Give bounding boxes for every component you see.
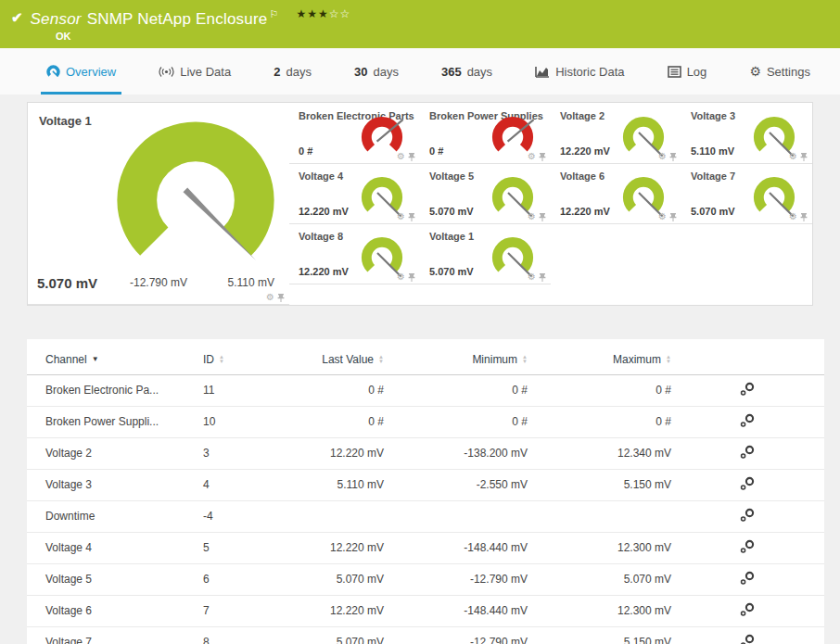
column-label: Minimum	[472, 353, 517, 366]
table-row[interactable]: Voltage 785.070 mV-12.790 mV5.150 mV	[27, 626, 824, 644]
channel-gauge-value: 5.070 mV	[429, 206, 474, 217]
channel-gauge-value: 12.220 mV	[299, 266, 349, 277]
channel-gauge-tile[interactable]: Voltage 6 12.220 mV ⚙	[551, 164, 681, 224]
gear-icon[interactable]: ⚙	[528, 272, 536, 282]
channel-settings-icon[interactable]	[739, 413, 757, 428]
sort-both-icon[interactable]: ▲▼	[666, 355, 671, 364]
channel-settings-icon[interactable]	[739, 571, 757, 586]
sort-both-icon[interactable]: ▲▼	[522, 355, 528, 364]
cell-min: -12.790 mV	[384, 626, 528, 644]
channel-settings-icon[interactable]	[739, 539, 757, 554]
pin-icon[interactable]	[408, 272, 415, 282]
column-header-id[interactable]: ID▲▼	[203, 345, 286, 374]
pin-icon[interactable]	[539, 152, 546, 161]
table-row[interactable]: Downtime-4	[27, 500, 824, 532]
check-icon: ✔	[11, 9, 23, 26]
tab-live-data[interactable]: Live Data	[153, 48, 236, 95]
channel-gauge-tile[interactable]: Voltage 4 12.220 mV ⚙	[289, 164, 420, 224]
channel-settings-icon[interactable]	[739, 602, 757, 617]
table-row[interactable]: Voltage 6712.220 mV-148.440 mV12.300 mV	[27, 595, 824, 626]
priority-stars[interactable]: ★★★☆☆	[296, 7, 350, 20]
pin-icon[interactable]	[800, 152, 808, 161]
channel-gauge-tile[interactable]: Broken Power Supplies 0 # ⚙	[420, 104, 551, 164]
tab-days[interactable]: 30 days	[349, 48, 404, 95]
gear-icon[interactable]: ⚙	[266, 293, 274, 302]
pin-icon[interactable]	[539, 272, 546, 282]
tab-settings[interactable]: ⚙ Settings	[744, 48, 816, 95]
flag-icon[interactable]: ⚐	[269, 8, 278, 19]
sort-desc-icon[interactable]: ▼	[92, 355, 99, 363]
pin-icon[interactable]	[669, 212, 677, 221]
cell-min: -138.200 mV	[384, 437, 528, 469]
channel-gauge-value: 0 #	[299, 145, 312, 157]
tab-days[interactable]: 365 days	[436, 48, 498, 95]
cell-last: 12.220 mV	[286, 595, 384, 626]
channel-settings-icon[interactable]	[739, 382, 757, 397]
table-row[interactable]: Voltage 565.070 mV-12.790 mV5.070 mV	[27, 563, 824, 595]
sort-both-icon[interactable]: ▲▼	[219, 355, 224, 364]
cell-edit	[671, 532, 824, 563]
sort-both-icon[interactable]: ▲▼	[378, 355, 384, 364]
pin-icon[interactable]	[408, 152, 415, 161]
cell-min: -2.550 mV	[384, 469, 528, 500]
channel-settings-icon[interactable]	[739, 634, 757, 644]
tab-log[interactable]: Log	[662, 48, 713, 95]
column-header-min[interactable]: Minimum▲▼	[384, 345, 528, 374]
gear-icon[interactable]: ⚙	[397, 212, 405, 221]
table-row[interactable]: Voltage 345.110 mV-2.550 mV5.150 mV	[27, 469, 824, 500]
cell-max: 12.340 mV	[528, 437, 671, 469]
gear-icon[interactable]: ⚙	[658, 152, 667, 161]
pin-icon[interactable]	[408, 212, 415, 221]
cell-channel: Broken Power Suppli...	[27, 406, 203, 437]
cell-max	[528, 500, 671, 532]
channel-gauge-tile[interactable]: Voltage 5 5.070 mV ⚙	[420, 164, 551, 224]
channel-gauge-value: 12.220 mV	[560, 206, 610, 217]
gear-icon[interactable]: ⚙	[397, 152, 405, 161]
gear-icon[interactable]: ⚙	[397, 272, 405, 282]
cell-channel: Voltage 2	[27, 437, 203, 469]
channels-table: Channel▼ID▲▼Last Value▲▼Minimum▲▼Maximum…	[27, 345, 824, 644]
channel-gauge-title: Voltage 2	[560, 110, 605, 121]
table-row[interactable]: Voltage 4512.220 mV-148.440 mV12.300 mV	[27, 532, 824, 563]
channel-gauge-tile[interactable]: Voltage 7 5.070 mV ⚙	[681, 164, 812, 224]
column-header-last[interactable]: Last Value▲▼	[286, 345, 384, 374]
main-gauge-tile[interactable]: Voltage 1 5.070 mV -12.790 mV 5.110 mV ⚙	[28, 103, 289, 305]
cell-max: 5.150 mV	[528, 626, 671, 644]
pin-icon[interactable]	[669, 152, 677, 161]
pin-icon[interactable]	[539, 212, 546, 221]
channel-gauge-tile[interactable]: Voltage 3 5.110 mV ⚙	[681, 104, 812, 164]
cell-last: 5.110 mV	[286, 469, 384, 500]
tab-days[interactable]: 2 days	[268, 48, 317, 95]
channel-settings-icon[interactable]	[739, 476, 757, 491]
gear-icon[interactable]: ⚙	[789, 212, 797, 221]
tab-historic-data[interactable]: Historic Data	[529, 48, 630, 95]
channel-gauge-tile[interactable]: Voltage 8 12.220 mV ⚙	[289, 224, 420, 284]
column-header-max[interactable]: Maximum▲▼	[528, 345, 671, 374]
table-row[interactable]: Broken Power Suppli...100 #0 #0 #	[27, 406, 824, 437]
cell-channel: Voltage 6	[27, 595, 203, 626]
main-gauge-min: -12.790 mV	[130, 276, 187, 289]
cell-min	[384, 500, 528, 532]
gear-icon[interactable]: ⚙	[528, 152, 536, 161]
channel-gauge-tile[interactable]: Voltage 2 12.220 mV ⚙	[551, 104, 681, 164]
gear-icon[interactable]: ⚙	[528, 212, 536, 221]
object-type-label: Sensor	[31, 10, 82, 28]
channel-settings-icon[interactable]	[739, 445, 757, 460]
channel-settings-icon[interactable]	[739, 508, 757, 523]
pin-icon[interactable]	[277, 293, 285, 302]
table-row[interactable]: Voltage 2312.220 mV-138.200 mV12.340 mV	[27, 437, 824, 469]
cell-id: 4	[203, 469, 286, 500]
column-header-channel[interactable]: Channel▼	[27, 345, 203, 374]
tab-overview[interactable]: Overview	[41, 48, 121, 95]
cell-max: 5.070 mV	[528, 563, 671, 595]
channel-gauge-tile[interactable]: Broken Electronic Parts 0 # ⚙	[289, 104, 420, 164]
cell-max: 12.300 mV	[528, 532, 671, 563]
gear-icon[interactable]: ⚙	[789, 152, 797, 161]
tab-label: Overview	[66, 65, 116, 79]
pin-icon[interactable]	[800, 212, 808, 221]
channel-gauge-tile[interactable]: Voltage 1 5.070 mV ⚙	[420, 224, 551, 284]
gear-icon[interactable]: ⚙	[658, 212, 667, 221]
cell-id: 10	[203, 406, 286, 437]
table-row[interactable]: Broken Electronic Pa...110 #0 #0 #	[27, 374, 824, 406]
channel-gauge-value: 0 #	[429, 145, 443, 157]
